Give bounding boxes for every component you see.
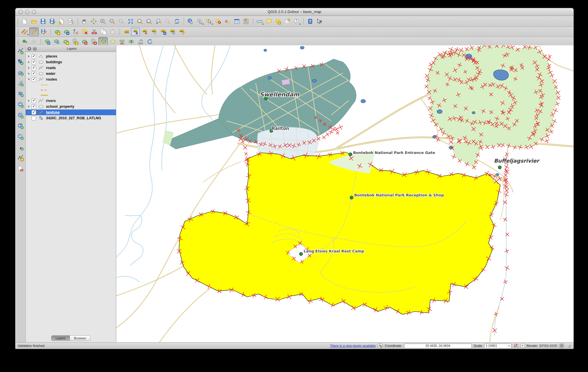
panel-float-icon[interactable]: ❐ <box>33 47 37 51</box>
layer-visibility-checkbox[interactable] <box>32 116 36 120</box>
panel-close-icon[interactable]: ✕ <box>27 47 31 51</box>
layer-row-water[interactable]: ✓water <box>26 71 116 77</box>
unpin-labels-button[interactable] <box>140 28 149 36</box>
add-mssql-layer-button[interactable] <box>16 90 25 98</box>
expander-triangle-icon[interactable] <box>28 117 30 119</box>
coordinate-input[interactable]: 20.4430,-34.0604 <box>404 343 472 348</box>
add-wcs-layer-button[interactable] <box>16 122 25 130</box>
render-checkbox[interactable]: ✓ <box>521 344 525 348</box>
paste-features-button[interactable] <box>108 28 117 36</box>
add-oracle-layer-button[interactable] <box>16 101 25 108</box>
layer-visibility-checkbox[interactable]: ✓ <box>32 104 36 109</box>
crs-projection-icon[interactable] <box>559 343 564 348</box>
add-part-button[interactable] <box>71 38 79 46</box>
save-project-as-button[interactable] <box>48 17 57 25</box>
undo-button[interactable] <box>20 38 29 46</box>
field-calculator-button[interactable] <box>241 17 250 25</box>
layer-visibility-checkbox[interactable]: ✓ <box>32 110 36 115</box>
new-project-button[interactable] <box>20 17 29 25</box>
identify-features-button[interactable] <box>186 17 195 25</box>
delete-ring-button[interactable] <box>80 38 89 46</box>
rotate-label-button[interactable] <box>168 28 177 36</box>
add-delimited-text-layer-button[interactable] <box>16 143 25 151</box>
title-bar[interactable]: QGIS 2.0.1-Dufour – basic_map <box>15 8 574 16</box>
redo-button[interactable] <box>29 38 38 46</box>
add-feature-button[interactable] <box>53 28 62 36</box>
zoom-full-button[interactable] <box>126 17 135 25</box>
layer-row-3420C_2010_327_RGB_LATLNG[interactable]: 3420C_2010_327_RGB_LATLNG <box>26 115 116 121</box>
layer-row-landuse[interactable]: ✓landuse <box>26 109 116 115</box>
expander-triangle-icon[interactable] <box>28 61 30 63</box>
expander-triangle-icon[interactable] <box>28 105 30 108</box>
layer-row-school_property[interactable]: ✓school_property <box>26 104 116 109</box>
layer-row-roads[interactable]: ✓roads <box>26 65 116 71</box>
layer-row-buildings[interactable]: ✓buildings <box>26 59 116 65</box>
new-composer-button[interactable] <box>57 17 66 25</box>
zoom-to-layer-button[interactable] <box>145 17 154 25</box>
expander-triangle-icon[interactable] <box>28 55 30 57</box>
pan-to-selection-button[interactable] <box>89 17 98 25</box>
plugin-available-link[interactable]: There is a new plugin available <box>330 344 376 347</box>
expander-triangle-icon[interactable] <box>28 79 30 80</box>
tab-layers[interactable]: Layers <box>51 335 70 341</box>
deselect-features-button[interactable] <box>214 17 223 25</box>
simplify-feature-button[interactable] <box>52 38 61 46</box>
layer-visibility-checkbox[interactable]: ✓ <box>32 54 36 59</box>
node-tool-button[interactable] <box>71 28 80 36</box>
refresh-button[interactable] <box>172 17 181 25</box>
stop-rendering-icon[interactable] <box>513 343 519 348</box>
measure-button[interactable]: ▼ <box>255 17 264 25</box>
rotate-point-symbols-button[interactable] <box>145 38 154 46</box>
add-wms-layer-button[interactable] <box>16 111 25 119</box>
copy-features-button[interactable] <box>99 28 108 36</box>
show-hide-labels-button[interactable] <box>149 28 158 36</box>
zoom-native-button[interactable] <box>117 17 126 25</box>
add-ring-button[interactable] <box>61 38 70 46</box>
add-postgis-layer-button[interactable] <box>16 68 25 76</box>
merge-attributes-button[interactable] <box>136 38 145 46</box>
save-project-button[interactable] <box>38 17 47 25</box>
text-annotation-button[interactable]: ▼ <box>292 17 301 25</box>
zoom-out-button[interactable] <box>108 17 117 25</box>
zoom-next-button[interactable] <box>163 17 172 25</box>
change-label-properties-button[interactable] <box>177 28 186 36</box>
reshape-features-button[interactable] <box>98 37 108 46</box>
select-features-button[interactable]: ▼ <box>204 17 213 25</box>
move-feature-button[interactable] <box>62 28 71 36</box>
whats-this-button[interactable] <box>315 17 324 25</box>
resize-grip[interactable] <box>567 344 571 348</box>
pin-labels-button[interactable] <box>131 28 140 36</box>
expander-triangle-icon[interactable] <box>28 72 30 75</box>
open-project-button[interactable] <box>29 17 38 25</box>
delete-selected-button[interactable] <box>80 28 89 36</box>
chevron-down-icon[interactable]: ▼ <box>507 345 511 347</box>
select-by-expression-button[interactable] <box>223 17 232 25</box>
layer-visibility-checkbox[interactable]: ✓ <box>32 71 36 76</box>
pan-button[interactable] <box>80 17 89 25</box>
plugin-icon[interactable] <box>378 343 383 348</box>
run-feature-action-button[interactable]: ▼ <box>195 17 204 25</box>
map-tips-button[interactable] <box>264 17 273 25</box>
tab-browser[interactable]: Browser <box>70 335 90 341</box>
layer-visibility-checkbox[interactable]: ✓ <box>32 60 36 64</box>
zoom-in-button[interactable] <box>98 17 107 25</box>
scale-combo[interactable]: 1:19951 ▼ <box>484 343 511 348</box>
layer-visibility-checkbox[interactable]: ✓ <box>32 66 36 70</box>
add-wfs-layer-button[interactable] <box>16 133 25 140</box>
help-contents-button[interactable] <box>306 17 315 25</box>
delete-part-button[interactable] <box>89 38 98 46</box>
merge-features-button[interactable] <box>127 38 136 46</box>
labeling-button[interactable] <box>122 28 131 36</box>
rotate-feature-button[interactable] <box>43 38 52 46</box>
remove-layer-button[interactable] <box>16 165 25 172</box>
zoom-last-button[interactable] <box>154 17 163 25</box>
save-layer-edits-button[interactable] <box>39 28 48 36</box>
layer-row-rivers[interactable]: ✓rivers <box>26 98 116 104</box>
expander-triangle-icon[interactable] <box>28 100 30 102</box>
map-canvas[interactable]: Swellendam Railton Bontebok National Par… <box>116 45 574 343</box>
cut-features-button[interactable] <box>90 28 99 36</box>
layer-row-places[interactable]: ✓places <box>26 53 116 59</box>
new-shapefile-layer-button[interactable] <box>16 154 25 162</box>
split-features-button[interactable] <box>117 38 126 46</box>
expander-triangle-icon[interactable] <box>28 111 30 114</box>
